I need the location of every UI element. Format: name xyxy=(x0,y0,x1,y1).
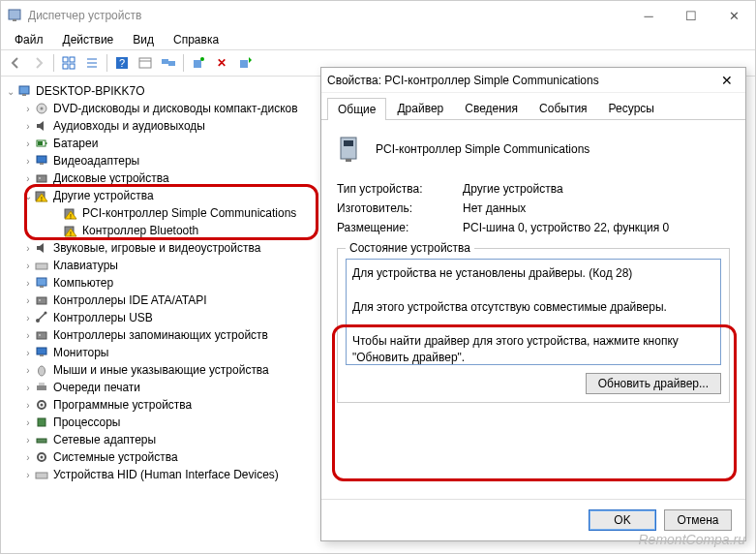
category-icon xyxy=(34,467,49,482)
tab-resources[interactable]: Ресурсы xyxy=(598,97,665,119)
manufacturer-label: Изготовитель: xyxy=(337,201,463,215)
category-icon xyxy=(34,170,49,186)
expand-icon[interactable]: › xyxy=(22,435,34,446)
tab-driver[interactable]: Драйвер xyxy=(386,97,454,119)
expand-icon[interactable]: › xyxy=(22,400,34,411)
titlebar: Диспетчер устройств ─ ☐ ✕ xyxy=(1,1,755,30)
svg-rect-2 xyxy=(63,57,68,62)
tree-item-label: Контроллеры IDE ATA/ATAPI xyxy=(53,293,207,307)
svg-rect-40 xyxy=(36,263,47,269)
svg-rect-53 xyxy=(37,385,46,390)
svg-point-29 xyxy=(39,177,41,179)
category-icon xyxy=(34,275,49,291)
expand-icon[interactable]: › xyxy=(22,295,34,306)
tree-item-label: Другие устройства xyxy=(53,189,154,202)
category-icon: ! xyxy=(63,223,78,238)
svg-rect-3 xyxy=(70,57,75,62)
expand-icon[interactable]: › xyxy=(22,121,34,132)
tree-root-label: DESKTOP-BPIKK7O xyxy=(36,84,144,98)
tree-item-label: Контроллеры USB xyxy=(53,311,153,324)
menu-file[interactable]: Файл xyxy=(7,31,51,48)
close-button[interactable]: ✕ xyxy=(712,1,755,30)
menu-view[interactable]: Вид xyxy=(125,31,162,48)
minimize-button[interactable]: ─ xyxy=(627,1,670,30)
expand-icon[interactable]: › xyxy=(22,330,34,341)
svg-point-47 xyxy=(45,312,47,315)
svg-rect-54 xyxy=(39,383,45,385)
tree-item-label: Процессоры xyxy=(53,416,121,429)
category-icon xyxy=(34,380,49,395)
device-status-text[interactable]: Для устройства не установлены драйверы. … xyxy=(346,259,721,365)
expand-icon[interactable]: › xyxy=(22,365,34,376)
tree-item-label: DVD-дисководы и дисководы компакт-дисков xyxy=(53,102,298,115)
svg-rect-19 xyxy=(22,94,26,96)
dialog-title: Свойства: PCI-контроллер Simple Communic… xyxy=(327,74,599,87)
grid-icon[interactable] xyxy=(58,52,79,74)
update-driver-icon[interactable] xyxy=(234,52,256,74)
category-icon: ! xyxy=(63,205,78,221)
svg-point-44 xyxy=(39,299,41,301)
menu-action[interactable]: Действие xyxy=(55,31,122,48)
svg-rect-27 xyxy=(40,163,44,165)
category-icon xyxy=(34,449,49,465)
list-icon[interactable] xyxy=(81,52,103,74)
device-icon xyxy=(337,134,364,165)
svg-rect-63 xyxy=(344,140,353,146)
expand-icon[interactable]: › xyxy=(22,104,34,114)
device-status-group: Состояние устройства Для устройства не у… xyxy=(337,248,730,403)
tree-item-label: Системные устройства xyxy=(53,450,178,464)
svg-point-52 xyxy=(39,366,45,376)
svg-rect-48 xyxy=(37,332,46,339)
status-line: Для устройства не установлены драйверы. … xyxy=(352,265,714,282)
type-value: Другие устройства xyxy=(463,182,563,196)
svg-rect-24 xyxy=(45,142,47,144)
expand-icon[interactable]: › xyxy=(22,452,34,463)
svg-point-21 xyxy=(41,108,44,110)
tree-item-label: Кoнтроллер Bluetooth xyxy=(82,224,198,237)
tab-details[interactable]: Сведения xyxy=(454,97,529,119)
expand-icon[interactable]: › xyxy=(22,278,34,289)
expand-icon[interactable]: › xyxy=(22,173,34,184)
uninstall-icon[interactable]: ✕ xyxy=(211,52,232,74)
tab-general[interactable]: Общие xyxy=(327,98,386,120)
help-icon[interactable]: ? xyxy=(111,52,133,74)
expand-icon[interactable]: › xyxy=(22,383,34,393)
category-icon xyxy=(34,292,49,308)
ok-button[interactable]: OK xyxy=(589,509,656,531)
svg-rect-57 xyxy=(38,418,45,426)
category-icon xyxy=(34,240,49,256)
svg-point-16 xyxy=(200,57,204,61)
expand-icon[interactable]: › xyxy=(22,261,34,271)
back-button[interactable] xyxy=(5,52,26,74)
computer-icon xyxy=(16,83,32,99)
expand-icon[interactable]: › xyxy=(22,348,34,358)
status-line: Чтобы найти драйвер для этого устройства… xyxy=(352,333,714,365)
tree-item-label: Дисковые устройства xyxy=(53,171,169,185)
expand-icon[interactable]: › xyxy=(22,156,34,167)
expand-icon[interactable]: ⌄ xyxy=(22,191,34,201)
forward-button[interactable] xyxy=(28,52,49,74)
svg-point-60 xyxy=(41,456,44,459)
svg-rect-58 xyxy=(37,439,46,443)
update-driver-button[interactable]: Обновить драйвер... xyxy=(586,373,721,394)
computers-icon[interactable] xyxy=(158,52,179,74)
svg-rect-42 xyxy=(40,286,44,288)
expand-icon[interactable]: ⌄ xyxy=(5,86,16,97)
svg-rect-17 xyxy=(240,60,248,68)
expand-icon[interactable]: › xyxy=(22,417,34,428)
properties-icon[interactable] xyxy=(135,52,156,74)
dialog-close-button[interactable]: ✕ xyxy=(714,73,740,88)
expand-icon[interactable]: › xyxy=(22,243,34,254)
svg-text:!: ! xyxy=(70,231,72,237)
properties-dialog: Свойства: PCI-контроллер Simple Communic… xyxy=(320,67,746,541)
cancel-button[interactable]: Отмена xyxy=(664,509,732,531)
menu-help[interactable]: Справка xyxy=(166,31,227,48)
expand-icon[interactable]: › xyxy=(22,138,34,149)
expand-icon[interactable]: › xyxy=(22,313,34,323)
maximize-button[interactable]: ☐ xyxy=(670,1,712,30)
menubar: Файл Действие Вид Справка xyxy=(1,30,755,49)
tab-events[interactable]: События xyxy=(529,97,598,119)
scan-hardware-icon[interactable] xyxy=(188,52,209,74)
svg-rect-61 xyxy=(36,473,47,478)
expand-icon[interactable]: › xyxy=(22,470,34,480)
